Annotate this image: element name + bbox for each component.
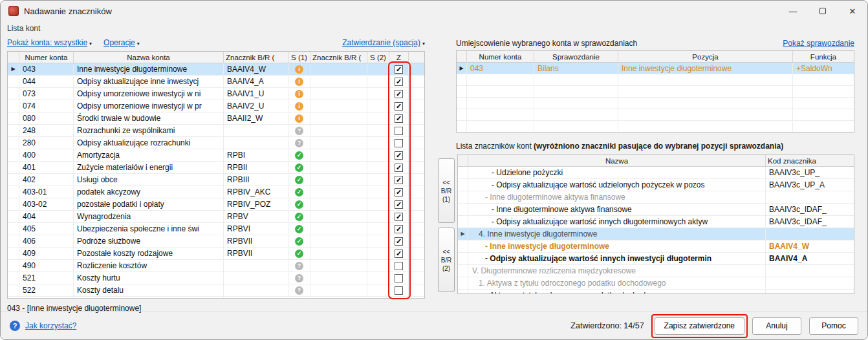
marker-code: BAAIV4_W <box>766 240 854 252</box>
marker-row[interactable]: ▶4. Inne inwestycje długoterminowe <box>458 228 854 240</box>
approve-checkbox[interactable]: ✓ <box>395 188 403 197</box>
marker-br2-value <box>310 297 367 299</box>
status-cell-2 <box>367 248 389 259</box>
marker-code: BAAIV3c_UP_ <box>766 167 854 178</box>
marker-name: - Inne długoterminowe aktywa finansowe <box>468 191 766 203</box>
operations-link[interactable]: Operacje▾ <box>103 38 140 47</box>
approve-checkbox[interactable]: ✓ <box>395 176 403 184</box>
status-cell-2 <box>367 162 389 173</box>
col-header-sprawozdanie: Sprawozdanie <box>534 51 618 62</box>
empty-cell <box>534 98 618 109</box>
approve-checkbox[interactable]: ✓ <box>395 90 403 98</box>
marker-row[interactable]: - Aktywa z tytułu odroczonego podatku do… <box>458 290 854 294</box>
approve-checkbox[interactable] <box>395 299 403 299</box>
approve-checkbox[interactable]: ✓ <box>395 213 403 221</box>
approve-checkbox[interactable] <box>395 274 403 282</box>
account-row[interactable]: 074Odpisy umorzeniowe inwestycji w prBAA… <box>8 100 424 112</box>
account-row[interactable]: 248Rozrachunki ze wspólnikami? <box>8 125 424 137</box>
marker-row[interactable]: - Inne długoterminowe aktywa finansowe <box>458 191 854 204</box>
account-number: 080 <box>19 112 74 124</box>
approve-checkbox[interactable]: ✓ <box>395 151 403 160</box>
account-row[interactable]: 521Koszty hurtu? <box>8 272 424 284</box>
approve-checkbox[interactable]: ✓ <box>395 250 403 258</box>
approve-checkbox[interactable]: ✓ <box>395 200 403 209</box>
marker-br1-value <box>224 284 288 296</box>
col-header-z: Z <box>389 52 409 63</box>
approve-checkbox[interactable] <box>395 262 403 270</box>
account-row[interactable]: 403-02pozostałe podatki i opłatyRPBIV_PO… <box>8 198 424 211</box>
account-row[interactable]: 073Odpisy umorzeniowe inwestycji w niBAA… <box>8 88 424 100</box>
close-button[interactable]: ✕ <box>838 1 867 21</box>
col-header-numer-konta: Numer konta <box>467 51 534 62</box>
account-number: 043 <box>19 63 74 75</box>
dialog-nadawanie-znacznikow: Nadawanie znaczników — ✕ Lista kont Poka… <box>0 0 868 340</box>
approve-link[interactable]: Zatwierdzanie (spacja)▾ <box>342 38 425 47</box>
save-approved-button[interactable]: Zapisz zatwierdzone <box>655 317 744 335</box>
approve-checkbox[interactable] <box>395 127 403 135</box>
accounts-table: Numer konta Nazwa konta Znacznik B/R ( S… <box>7 51 425 299</box>
account-row[interactable]: 409Pozostałe koszty rodzajoweRPBVII✓✓ <box>8 248 424 260</box>
marker-row[interactable]: - Odpisy aktualizujące wartość udzielony… <box>458 179 854 191</box>
br-transfer-button-2[interactable]: <<B/R(2) <box>438 228 455 292</box>
col-header-znacznik-br-2: Znacznik B/R ( <box>310 52 367 63</box>
account-name: Odpisy aktualizujące rozrachunki <box>74 137 224 149</box>
show-accounts-link[interactable]: Pokaż konta: wszystkie▾ <box>7 38 92 47</box>
account-row[interactable]: 280Odpisy aktualizujące rozrachunki? <box>8 137 424 149</box>
marker-row[interactable]: - Inne długoterminowe aktywa finansoweBA… <box>458 204 854 216</box>
maximize-button[interactable] <box>808 1 838 21</box>
markers-table: Nazwa Kod znacznika - Udzielone pożyczki… <box>457 154 854 294</box>
account-row[interactable]: 523Koszty gastronomii? <box>8 297 424 299</box>
approve-checkbox[interactable]: ✓ <box>395 225 403 233</box>
account-row[interactable]: 406Podróże służboweRPBVII✓✓ <box>8 235 424 248</box>
account-row[interactable]: 490Rozliczenie kosztów? <box>8 260 424 272</box>
window-title: Nadawanie znaczników <box>24 6 112 16</box>
account-row[interactable]: 403-01podatek akcyzowyRPBIV_AKC✓✓ <box>8 186 424 198</box>
account-row[interactable]: 044Odpisy aktualizujące inne inwestycjBA… <box>8 76 424 88</box>
approve-checkbox[interactable]: ✓ <box>395 65 403 74</box>
titlebar[interactable]: Nadawanie znaczników <box>1 1 867 21</box>
br-transfer-button-1[interactable]: <<B/R(1) <box>438 158 455 223</box>
placement-report: Bilans <box>534 63 618 74</box>
account-number: 074 <box>19 100 74 112</box>
status-check-icon: ✓ <box>295 176 303 184</box>
approve-checkbox[interactable] <box>395 139 403 147</box>
account-row[interactable]: 522Koszty detalu? <box>8 284 424 297</box>
filler-cell <box>409 260 424 271</box>
cancel-button[interactable]: Anuluj <box>752 317 801 335</box>
filler-cell <box>409 76 424 87</box>
account-row[interactable]: ▶043Inne inwestycje długoterminoweBAAIV4… <box>8 63 424 76</box>
approve-checkbox[interactable]: ✓ <box>395 164 403 172</box>
marker-row[interactable]: - Odpisy aktualizujące wartość innych dł… <box>458 216 854 228</box>
marker-row[interactable]: V. Długoterminowe rozliczenia międzyokre… <box>458 265 854 277</box>
marker-code <box>766 191 854 203</box>
approve-checkbox[interactable] <box>395 286 403 295</box>
marker-br2-value <box>310 284 367 296</box>
marker-row[interactable]: - Udzielone pożyczkiBAAIV3c_UP_ <box>458 167 854 179</box>
marker-row[interactable]: 1. Aktywa z tytułu odroczonego podatku d… <box>458 277 854 290</box>
footer-buttons: Zatwierdzono: 14/57 Zapisz zatwierdzone … <box>570 317 858 335</box>
account-row[interactable]: 080Środki trwałe w budowieBAAII2_Wi✓ <box>8 112 424 125</box>
approve-checkbox[interactable]: ✓ <box>395 237 403 246</box>
account-row[interactable]: 400AmortyzacjaRPBI✓✓ <box>8 149 424 162</box>
marker-row[interactable]: - Inne inwestycje długoterminoweBAAIV4_W <box>458 240 854 253</box>
status-cell-2 <box>367 235 389 247</box>
how-to-use-link[interactable]: Jak korzystać? <box>25 321 76 330</box>
marker-br2-value <box>310 211 367 222</box>
show-report-link[interactable]: Pokaż sprawozdanie <box>783 39 854 48</box>
approve-checkbox[interactable]: ✓ <box>395 102 403 111</box>
marker-row[interactable]: - Odpisy aktualizujące wartość innych in… <box>458 253 854 265</box>
account-row[interactable]: 401Zużycie materiałów i energiiRPBII✓✓ <box>8 162 424 174</box>
account-row[interactable]: 404WynagrodzeniaRPBV✓✓ <box>8 211 424 223</box>
filler-cell <box>409 284 424 296</box>
account-row[interactable]: 405Ubezpieczenia społeczne i inne świRPB… <box>8 223 424 235</box>
status-cell-1: ? <box>288 284 310 296</box>
account-row[interactable]: 402Usługi obceRPBIII✓✓ <box>8 174 424 186</box>
approve-checkbox[interactable]: ✓ <box>395 78 403 86</box>
help-icon[interactable]: ? <box>10 321 20 331</box>
approve-checkbox[interactable]: ✓ <box>395 114 403 123</box>
markers-list-title: Lista znaczników kont (wyróżniono znaczn… <box>456 142 854 151</box>
marker-br2-value <box>310 63 367 75</box>
placement-row[interactable]: ▶043BilansInne inwestycje długoterminowe… <box>457 63 854 74</box>
minimize-button[interactable]: — <box>778 1 808 21</box>
help-button[interactable]: Pomoc <box>809 317 858 335</box>
